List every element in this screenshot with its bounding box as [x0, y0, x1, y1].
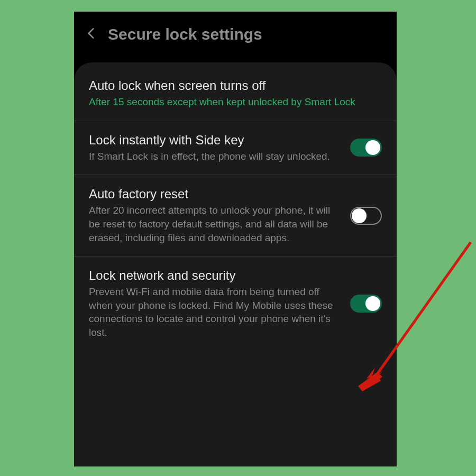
setting-text: Lock network and security Prevent Wi-Fi …	[89, 268, 340, 340]
setting-desc: After 15 seconds except when kept unlock…	[89, 95, 382, 109]
setting-text: Auto lock when screen turns off After 15…	[89, 78, 382, 109]
setting-desc: If Smart Lock is in effect, the phone wi…	[89, 150, 340, 163]
toggle-knob	[352, 208, 367, 223]
settings-panel: Auto lock when screen turns off After 15…	[74, 62, 397, 466]
toggle-auto-factory-reset[interactable]	[350, 207, 382, 225]
setting-auto-lock[interactable]: Auto lock when screen turns off After 15…	[74, 62, 397, 121]
toggle-knob	[365, 296, 380, 311]
setting-title: Auto lock when screen turns off	[89, 78, 382, 93]
setting-desc: Prevent Wi-Fi and mobile data from being…	[89, 285, 340, 340]
back-button[interactable]	[85, 26, 98, 42]
setting-text: Auto factory reset After 20 incorrect at…	[89, 187, 340, 244]
page-title: Secure lock settings	[108, 25, 262, 43]
setting-title: Lock network and security	[89, 268, 340, 283]
toggle-lock-network-security[interactable]	[350, 295, 382, 313]
setting-auto-factory-reset[interactable]: Auto factory reset After 20 incorrect at…	[74, 175, 397, 257]
setting-title: Lock instantly with Side key	[89, 133, 340, 148]
setting-text: Lock instantly with Side key If Smart Lo…	[89, 133, 340, 163]
setting-title: Auto factory reset	[89, 187, 340, 202]
settings-screen: Secure lock settings Auto lock when scre…	[74, 12, 397, 466]
chevron-left-icon	[85, 26, 98, 42]
setting-desc: After 20 incorrect attempts to unlock yo…	[89, 204, 340, 244]
toggle-knob	[365, 140, 380, 155]
setting-lock-side-key[interactable]: Lock instantly with Side key If Smart Lo…	[74, 121, 397, 176]
header: Secure lock settings	[74, 12, 397, 59]
toggle-lock-side-key[interactable]	[350, 139, 382, 157]
setting-lock-network-security[interactable]: Lock network and security Prevent Wi-Fi …	[74, 257, 397, 351]
